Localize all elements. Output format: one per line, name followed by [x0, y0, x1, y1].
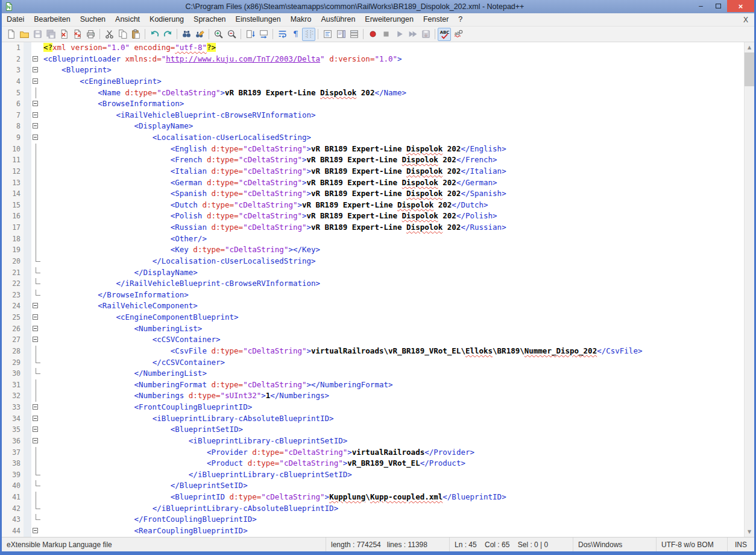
fold-margin[interactable] — [31, 424, 41, 436]
bookmark-margin[interactable] — [24, 458, 31, 469]
bookmark-margin[interactable] — [24, 424, 31, 436]
code-line[interactable]: 23 </BrowseInformation> — [2, 290, 744, 301]
code-line[interactable]: 32 <Numberings d:type="sUInt32">1</Numbe… — [2, 390, 744, 402]
menubar-close-doc-x[interactable]: X — [737, 16, 754, 24]
fold-margin[interactable] — [31, 436, 41, 447]
code-line[interactable]: 21 </DisplayName> — [2, 267, 744, 279]
bookmark-margin[interactable] — [24, 166, 31, 177]
close-all-button[interactable] — [71, 28, 84, 41]
bookmark-margin[interactable] — [24, 98, 31, 110]
menu-item-fenster[interactable]: Fenster — [418, 13, 453, 26]
code-line[interactable]: 39 </iBlueprintLibrary-cBlueprintSetID> — [2, 469, 744, 481]
fold-margin[interactable] — [31, 121, 41, 132]
code-line[interactable]: 6 <BrowseInformation> — [2, 98, 744, 110]
minimize-button[interactable]: – — [692, 0, 710, 12]
code-line[interactable]: 28 <CsvFile d:type="cDeltaString">virtua… — [2, 346, 744, 357]
code-line[interactable]: 5 <Name d:type="cDeltaString">vR BR189 E… — [2, 87, 744, 99]
bookmark-margin[interactable] — [24, 87, 31, 99]
bookmark-margin[interactable] — [24, 110, 31, 121]
code-area[interactable]: 1<?xml version="1.0" encoding="utf-8"?>2… — [2, 42, 744, 537]
menu-item-help[interactable]: ? — [453, 13, 467, 26]
bookmark-margin[interactable] — [24, 244, 31, 256]
scroll-down-arrow[interactable]: ▼ — [745, 527, 754, 537]
code-line[interactable]: 22 </iRailVehicleBlueprint-cBrowseRVInfo… — [2, 278, 744, 290]
code-line[interactable]: 33 <FrontCouplingBlueprintID> — [2, 402, 744, 413]
code-line[interactable]: 37 <Provider d:type="cDeltaString">virtu… — [2, 447, 744, 458]
fold-collapse-icon[interactable] — [33, 438, 38, 443]
code-line[interactable]: 4 <cEngineBlueprint> — [2, 76, 744, 87]
bookmark-margin[interactable] — [24, 290, 31, 301]
fold-margin[interactable] — [31, 132, 41, 144]
bookmark-margin[interactable] — [24, 267, 31, 279]
document-list-button[interactable] — [347, 28, 361, 41]
bookmark-margin[interactable] — [24, 447, 31, 458]
redo-button[interactable] — [161, 28, 174, 41]
code-line[interactable]: 18 <Other/> — [2, 233, 744, 245]
fold-margin[interactable] — [31, 402, 41, 413]
bookmark-margin[interactable] — [24, 368, 31, 379]
code-line[interactable]: 35 <BlueprintSetID> — [2, 424, 744, 436]
bookmark-margin[interactable] — [24, 121, 31, 132]
scrollbar-track[interactable] — [745, 86, 754, 527]
code-line[interactable]: 10 <English d:type="cDeltaString">vR BR1… — [2, 144, 744, 155]
sync-vertical-button[interactable] — [244, 28, 257, 41]
code-line[interactable]: 44 <RearCouplingBlueprintID> — [2, 525, 744, 537]
replace-button[interactable] — [193, 28, 206, 41]
bookmark-margin[interactable] — [24, 503, 31, 515]
code-line[interactable]: 42 </iBlueprintLibrary-cAbsoluteBlueprin… — [2, 503, 744, 515]
bookmark-margin[interactable] — [24, 300, 31, 312]
bookmark-margin[interactable] — [24, 346, 31, 357]
undo-button[interactable] — [148, 28, 161, 41]
menu-item-makro[interactable]: Makro — [286, 13, 317, 26]
status-eol-format[interactable]: Dos\Windows — [573, 538, 657, 551]
menu-item-datei[interactable]: Datei — [2, 13, 29, 26]
fold-collapse-icon[interactable] — [33, 101, 38, 106]
code-line[interactable]: 19 <Key d:type="cDeltaString"></Key> — [2, 244, 744, 256]
menu-item-suchen[interactable]: Suchen — [75, 13, 110, 26]
menu-item-bearbeiten[interactable]: Bearbeiten — [29, 13, 75, 26]
menu-item-ansicht[interactable]: Ansicht — [110, 13, 145, 26]
code-line[interactable]: 15 <Dutch d:type="cDeltaString">vR BR189… — [2, 200, 744, 211]
code-line[interactable]: 2<cBlueprintLoader xmlns:d="http://www.k… — [2, 54, 744, 65]
code-line[interactable]: 43 </FrontCouplingBlueprintID> — [2, 514, 744, 525]
print-button[interactable] — [84, 28, 97, 41]
code-line[interactable]: 29 </cCSVContainer> — [2, 357, 744, 369]
scrollbar-thumb[interactable] — [745, 52, 754, 86]
fold-collapse-icon[interactable] — [33, 314, 38, 320]
code-line[interactable]: 41 <BlueprintID d:type="cDeltaString">Ku… — [2, 492, 744, 503]
menu-item-einstellungen[interactable]: Einstellungen — [231, 13, 286, 26]
bookmark-margin[interactable] — [24, 222, 31, 233]
code-line[interactable]: 38 <Product d:type="cDeltaString">vR_BR1… — [2, 458, 744, 469]
bookmark-margin[interactable] — [24, 188, 31, 200]
code-line[interactable]: 31 <NumberingFormat d:type="cDeltaString… — [2, 379, 744, 391]
code-line[interactable]: 8 <DisplayName> — [2, 121, 744, 132]
fold-collapse-icon[interactable] — [33, 123, 38, 128]
fold-margin[interactable] — [31, 300, 41, 312]
bookmark-margin[interactable] — [24, 379, 31, 391]
code-line[interactable]: 16 <Polish d:type="cDeltaString">vR BR18… — [2, 211, 744, 222]
bookmark-margin[interactable] — [24, 492, 31, 503]
fold-collapse-icon[interactable] — [33, 416, 38, 421]
bookmark-margin[interactable] — [24, 54, 31, 65]
code-line[interactable]: 27 <cCSVContainer> — [2, 334, 744, 346]
bookmark-margin[interactable] — [24, 436, 31, 447]
close-button[interactable] — [57, 28, 71, 41]
sync-horizontal-button[interactable] — [257, 28, 270, 41]
fold-collapse-icon[interactable] — [33, 528, 38, 533]
spell-check-settings-button[interactable]: ab — [451, 28, 464, 41]
code-line[interactable]: 7 <iRailVehicleBlueprint-cBrowseRVInform… — [2, 110, 744, 121]
document-map-button[interactable] — [334, 28, 347, 41]
code-line[interactable]: 14 <Spanish d:type="cDeltaString">vR BR1… — [2, 188, 744, 200]
fold-margin[interactable] — [31, 98, 41, 110]
code-line[interactable]: 11 <French d:type="cDeltaString">vR BR18… — [2, 154, 744, 166]
fold-margin[interactable] — [31, 323, 41, 335]
bookmark-margin[interactable] — [24, 278, 31, 290]
copy-button[interactable] — [116, 28, 129, 41]
indent-guide-button[interactable] — [302, 28, 315, 41]
code-line[interactable]: 25 <cEngineComponentBlueprint> — [2, 312, 744, 323]
fold-margin[interactable] — [31, 76, 41, 87]
bookmark-margin[interactable] — [24, 42, 31, 54]
spell-check-button[interactable]: ABC — [438, 28, 451, 41]
menu-item-sprachen[interactable]: Sprachen — [189, 13, 231, 26]
code-line[interactable]: 24 <RailVehicleComponent> — [2, 300, 744, 312]
